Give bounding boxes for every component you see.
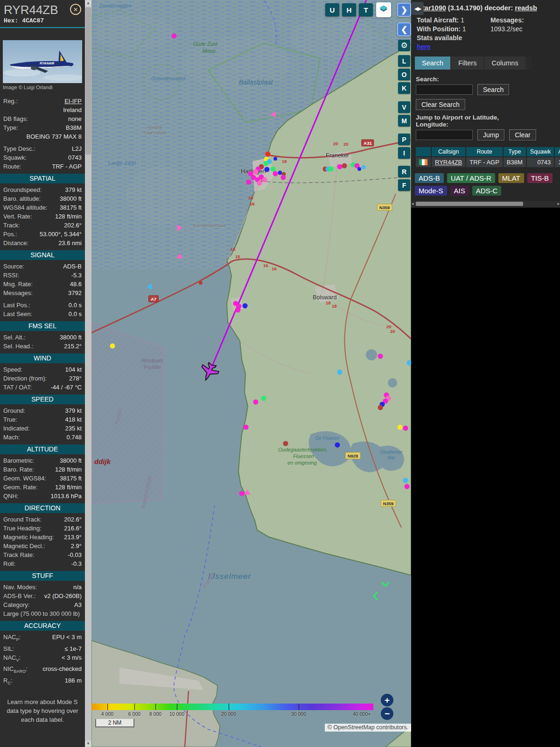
aircraft-marker[interactable] (253, 400, 259, 405)
aircraft-marker[interactable] (337, 370, 343, 375)
settings-gear-icon[interactable]: ⚙ (398, 40, 410, 51)
data-row: Indicated:235 kt (0, 424, 85, 433)
col-squawk[interactable]: Squawk (527, 147, 554, 156)
aircraft-marker[interactable] (172, 34, 177, 39)
aircraft-marker[interactable] (199, 281, 203, 285)
aircraft-marker[interactable] (362, 165, 366, 169)
col-callsign[interactable]: Callsign (432, 147, 465, 156)
aircraft-marker[interactable] (398, 425, 403, 430)
aircraft-marker[interactable] (244, 490, 251, 495)
aircraft-marker[interactable] (266, 152, 271, 157)
table-horizontal-scrollbar[interactable]: ◂ ▸ (411, 201, 560, 207)
aircraft-marker[interactable] (329, 167, 334, 172)
map-button-p[interactable]: P (398, 134, 410, 145)
data-value: 0.0 s (69, 310, 82, 318)
aircraft-marker[interactable] (239, 491, 245, 496)
scroll-right-icon[interactable]: ▸ (557, 201, 560, 207)
map-button-l[interactable]: L (398, 55, 410, 67)
clear-search-button[interactable]: Clear Search (416, 99, 465, 110)
map-button-t[interactable]: T (359, 3, 373, 16)
map-button-u[interactable]: U (325, 3, 339, 16)
data-row: Geom. WGS84:38175 ft (0, 474, 85, 483)
aircraft-marker[interactable] (378, 405, 383, 410)
aircraft-marker[interactable] (283, 441, 288, 446)
decoder-link[interactable]: readsb (515, 4, 537, 12)
aircraft-marker[interactable] (407, 360, 412, 366)
col-flag[interactable] (416, 147, 431, 156)
map-button-v[interactable]: V (398, 101, 410, 113)
aircraft-marker[interactable] (147, 283, 152, 290)
aircraft-marker[interactable] (177, 225, 182, 231)
panel-toggle-icon[interactable]: ◀▶ (412, 2, 424, 15)
search-input[interactable] (416, 85, 473, 95)
col-alt[interactable]: Alt. (ft) (555, 147, 560, 156)
stats-here-link[interactable]: here (417, 43, 431, 50)
jump-button[interactable]: Jump (477, 129, 504, 141)
source-badge-mode-s: Mode-S (415, 186, 447, 196)
aircraft-marker[interactable] (403, 478, 408, 483)
aircraft-marker[interactable] (236, 308, 241, 313)
table-row[interactable]: RYR44ZB TRF - AGP B38M 0743 38000 (416, 157, 560, 167)
aircraft-marker[interactable] (265, 167, 270, 172)
aircraft-marker[interactable] (261, 396, 266, 401)
app-title-link[interactable]: tar1090 (422, 4, 446, 12)
data-value: 202.6° (64, 515, 82, 524)
search-section: Search: Search Clear Search Jump to Airp… (411, 76, 560, 141)
scrollbar-down-icon[interactable]: ▼ (85, 740, 91, 747)
tab-filters[interactable]: Filters (451, 56, 483, 70)
col-route[interactable]: Route (466, 147, 503, 156)
aircraft-marker[interactable] (176, 254, 183, 259)
aircraft-marker[interactable] (244, 425, 249, 430)
aircraft-marker[interactable] (273, 157, 277, 161)
map-button-r[interactable]: R (398, 166, 410, 177)
aircraft-marker[interactable] (271, 111, 276, 118)
panel-expand-button[interactable]: ❯ (397, 3, 411, 17)
map-button-m[interactable]: M (398, 115, 410, 127)
aircraft-marker[interactable] (243, 303, 248, 309)
tab-columns[interactable]: Columns (484, 56, 525, 70)
legend-tick (177, 704, 177, 710)
map-attribution[interactable]: © OpenStreetMap contributors. (325, 724, 411, 732)
aircraft-marker[interactable] (405, 484, 410, 489)
tab-search[interactable]: Search (415, 56, 450, 70)
aircraft-table-wrap: Callsign Route Type Squawk Alt. (ft) RYR… (415, 146, 560, 168)
map[interactable]: JacobsruggenOude ZuidMeepGrienderwaardBa… (91, 0, 411, 747)
jump-input[interactable] (416, 130, 473, 140)
col-type[interactable]: Type (504, 147, 526, 156)
aircraft-marker[interactable] (262, 177, 267, 183)
aircraft-marker[interactable] (110, 344, 115, 349)
close-icon[interactable]: ✕ (70, 4, 81, 15)
row-callsign[interactable]: RYR44ZB (432, 157, 465, 167)
map-button-k[interactable]: K (398, 82, 410, 94)
zoom-in-button[interactable]: + (381, 694, 393, 706)
map-button-f[interactable]: F (398, 179, 410, 191)
map-button-h[interactable]: H (342, 3, 356, 16)
jump-clear-button[interactable]: Clear (509, 129, 536, 141)
data-value: ADS-B (63, 262, 82, 271)
search-button[interactable]: Search (477, 84, 509, 95)
aircraft-marker[interactable] (253, 169, 259, 175)
aircraft-marker[interactable] (335, 443, 340, 448)
aircraft-marker[interactable] (264, 161, 269, 166)
aircraft-marker[interactable] (246, 180, 252, 185)
aircraft-marker[interactable] (403, 426, 408, 431)
aircraft-marker[interactable] (342, 163, 347, 169)
registration-link[interactable]: EI-IFP (64, 97, 82, 106)
aircraft-marker[interactable] (273, 171, 278, 176)
scrollbar-up-icon[interactable]: ▲ (85, 0, 91, 7)
aircraft-marker[interactable] (357, 167, 361, 171)
scrollbar-thumb[interactable] (85, 7, 91, 155)
scroll-left-icon[interactable]: ◂ (412, 201, 414, 207)
map-button-i[interactable]: I (398, 147, 410, 159)
zoom-out-button[interactable]: − (381, 707, 393, 720)
source-badge-mlat: MLAT (498, 173, 524, 183)
panel-collapse-button[interactable]: ❮ (397, 22, 411, 36)
aircraft-photo[interactable]: RYANAIR (3, 40, 82, 83)
aircraft-marker[interactable] (281, 175, 286, 180)
aircraft-marker[interactable] (378, 354, 383, 359)
sidebar-scrollbar[interactable]: ▲ ▼ (85, 0, 91, 747)
map-button-o[interactable]: O (398, 69, 410, 80)
layers-button[interactable] (376, 2, 391, 17)
hscroll-thumb[interactable] (416, 202, 523, 206)
aircraft-marker[interactable] (257, 181, 262, 186)
